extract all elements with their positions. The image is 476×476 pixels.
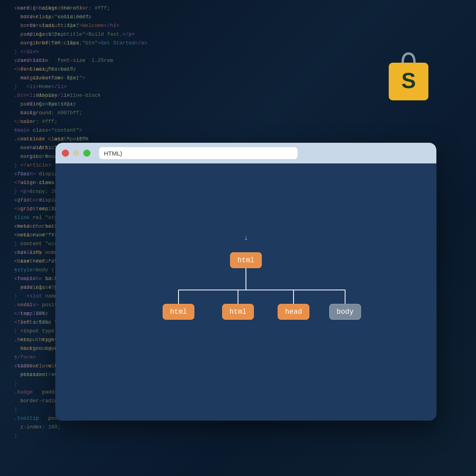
code-line: </section>	[0, 56, 238, 65]
code-line: <section class="hero">	[0, 4, 238, 13]
traffic-light-red[interactable]	[62, 150, 69, 157]
code-line: </ul>	[0, 109, 238, 117]
code-line: <main class="content">	[0, 126, 238, 135]
code-line: <nav class="navbar">	[0, 65, 238, 74]
code-line: <h1 class="title">Welcome</h1>	[0, 21, 238, 30]
tree-node-child-2: html	[222, 304, 254, 320]
browser-titlebar: HTML)	[56, 143, 436, 163]
code-line: <article class="post">	[0, 135, 238, 144]
shopify-icon: S	[381, 48, 436, 107]
svg-text:S: S	[401, 68, 416, 93]
browser-window: HTML) ↓ html	[56, 143, 436, 420]
code-line: <ul class="nav-list">	[0, 74, 238, 83]
traffic-light-yellow[interactable]	[73, 150, 79, 156]
tree-node-child-1: html	[163, 304, 194, 320]
tree-node-child-3: head	[278, 304, 309, 320]
code-line: <li>Home</li>	[0, 83, 238, 91]
code-line: <div class="container">	[0, 13, 238, 21]
browser-content: ↓ html html	[56, 163, 436, 420]
traffic-light-green[interactable]	[83, 150, 90, 157]
tree-diagram: ↓ html html	[143, 228, 349, 347]
tree-arrow: ↓	[244, 234, 248, 242]
code-line: </nav>	[0, 117, 238, 126]
tree-node-root: html	[230, 252, 262, 268]
code-line: </div>	[0, 48, 238, 56]
tree-node-child-4: body	[329, 304, 361, 320]
code-line: <li>Contact</li>	[0, 100, 238, 109]
code-line: <a href="#" class="btn">Get Started</a>	[0, 39, 238, 48]
url-bar[interactable]: HTML)	[99, 147, 298, 159]
code-line: <p class="subtitle">Build fast.</p>	[0, 30, 238, 39]
url-text: HTML)	[104, 150, 122, 157]
code-line: <li>About</li>	[0, 91, 238, 100]
